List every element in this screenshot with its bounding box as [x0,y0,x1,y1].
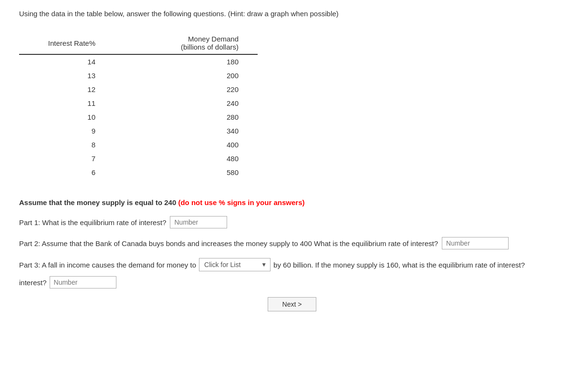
part3-input[interactable] [50,276,116,289]
part3-text-row: Part 3: A fall in income causes the dema… [19,258,565,271]
assume-text: Assume that the money supply is equal to… [19,198,565,206]
table-row: 6580 [19,165,258,179]
money-demand-cell: 180 [115,54,258,69]
part3-label-prefix: Part 3: A fall in income causes the dema… [19,261,196,269]
part1-row: Part 1: What is the equilibrium rate of … [19,216,565,228]
intro-text: Using the data in the table below, answe… [19,10,565,18]
money-demand-cell: 580 [115,165,258,179]
money-demand-cell: 240 [115,96,258,110]
interest-rate-cell: 7 [19,152,115,165]
table-row: 12220 [19,83,258,96]
next-button-row: Next > [19,297,565,311]
part2-input[interactable] [442,237,509,249]
table-row: 13200 [19,69,258,83]
part2-row: Part 2: Assume that the Bank of Canada b… [19,237,565,249]
interest-rate-cell: 6 [19,165,115,179]
col1-header: Interest Rate% [19,32,115,54]
data-table: Interest Rate% Money Demand (billions of… [19,32,258,179]
table-row: 8400 [19,138,258,152]
part2-label: Part 2: Assume that the Bank of Canada b… [19,239,438,248]
interest-rate-cell: 9 [19,124,115,138]
interest-rate-cell: 12 [19,83,115,96]
money-demand-cell: 200 [115,69,258,83]
part1-label: Part 1: What is the equilibrium rate of … [19,218,166,227]
interest-rate-cell: 10 [19,110,115,124]
money-demand-cell: 220 [115,83,258,96]
next-button[interactable]: Next > [268,297,317,311]
part3-label-suffix: by 60 billion. If the money supply is 16… [273,261,525,269]
money-demand-cell: 400 [115,138,258,152]
table-row: 9340 [19,124,258,138]
interest-rate-cell: 13 [19,69,115,83]
question-section: Assume that the money supply is equal to… [19,198,565,311]
table-row: 10280 [19,110,258,124]
part3-dropdown[interactable]: Click for Listincreasedecrease [199,258,271,271]
money-demand-cell: 280 [115,110,258,124]
interest-rate-cell: 11 [19,96,115,110]
money-demand-cell: 340 [115,124,258,138]
part3-second-line: interest? [19,276,565,289]
part3-interest-label: interest? [19,279,47,287]
table-row: 14180 [19,54,258,69]
interest-rate-cell: 8 [19,138,115,152]
part1-input[interactable] [170,216,227,228]
money-demand-cell: 480 [115,152,258,165]
table-row: 11240 [19,96,258,110]
table-row: 7480 [19,152,258,165]
part3-dropdown-wrapper[interactable]: Click for Listincreasedecrease ▼ [199,258,271,271]
interest-rate-cell: 14 [19,54,115,69]
col2-header: Money Demand (billions of dollars) [115,32,258,54]
